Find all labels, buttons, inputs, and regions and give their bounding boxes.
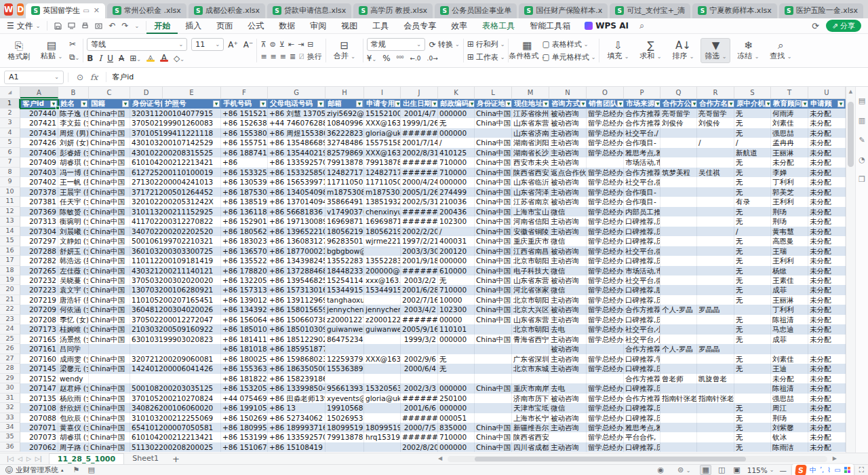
cell[interactable]: 陈祖清 bbox=[771, 315, 808, 324]
cell[interactable]: 强思喆 bbox=[771, 128, 808, 138]
row-number[interactable]: 12 bbox=[0, 207, 20, 216]
cell[interactable]: 370105199411221118 bbox=[130, 128, 221, 138]
cell[interactable]: 留学总经办 bbox=[587, 128, 624, 138]
cell[interactable]: 未分配 bbox=[808, 394, 846, 403]
column-letter-O[interactable]: O bbox=[587, 87, 624, 98]
cell[interactable]: 340702200202202520 bbox=[130, 227, 221, 236]
header-cell-L[interactable]: 身份证地▼ bbox=[475, 99, 512, 109]
cell[interactable]: 筑梦美程 bbox=[660, 168, 697, 177]
cell[interactable]: 无 bbox=[734, 432, 771, 442]
cell[interactable] bbox=[660, 354, 697, 364]
cell[interactable]: 微信 bbox=[549, 207, 587, 216]
cell[interactable]: 高恩曼 bbox=[771, 236, 808, 246]
justify-icon[interactable]: ≣ bbox=[290, 52, 295, 61]
cell[interactable]: 留学总经办 bbox=[587, 403, 624, 413]
cell[interactable]: +86 1582391866 bbox=[268, 374, 326, 383]
cell[interactable]: +86 1340540988 bbox=[268, 187, 326, 197]
cell[interactable]: +86 13611860 bbox=[221, 207, 268, 216]
cell[interactable]: 未分配 bbox=[808, 285, 846, 294]
font-increase-button[interactable]: A⁺ bbox=[228, 40, 238, 50]
cell[interactable]: 未分配 bbox=[808, 207, 846, 216]
cell[interactable]: 207409 bbox=[20, 157, 58, 167]
sogou-icon[interactable]: S bbox=[795, 465, 807, 475]
cell[interactable]: 430102200208315525 bbox=[130, 148, 221, 157]
column-letter-U[interactable]: U bbox=[808, 87, 846, 98]
cell[interactable]: 刘晨曦 (女 bbox=[58, 227, 89, 236]
align-top-icon[interactable]: ⊼ bbox=[260, 40, 265, 49]
cell[interactable]: China中国 bbox=[475, 118, 512, 128]
cell[interactable]: 153205635 bbox=[364, 383, 401, 393]
cell[interactable] bbox=[660, 266, 697, 276]
cell[interactable]: 刘妍 (女) bbox=[58, 138, 89, 147]
cell[interactable]: 强思喆 bbox=[771, 394, 808, 403]
cell[interactable]: +86 15106786 bbox=[221, 442, 268, 452]
cell[interactable] bbox=[660, 295, 697, 305]
comma-style-button[interactable]: ⁰⁰⁰ bbox=[397, 55, 404, 62]
cell[interactable]: +86 15026953 bbox=[221, 413, 268, 423]
cell[interactable]: 口碑推荐,历 bbox=[624, 403, 660, 413]
cell[interactable]: +86 1370140948 bbox=[268, 197, 326, 206]
cell[interactable] bbox=[587, 344, 624, 354]
cell[interactable] bbox=[89, 344, 130, 354]
cell[interactable]: 留学总经办 bbox=[587, 364, 624, 373]
cell[interactable]: China中国 bbox=[89, 315, 130, 324]
cell[interactable] bbox=[660, 187, 697, 197]
filter-dropdown-icon[interactable]: ▼ bbox=[356, 100, 363, 107]
vertical-scrollbar[interactable]: ▲ bbox=[846, 87, 855, 453]
cell[interactable]: +86 18056219 bbox=[221, 227, 268, 236]
vertical-scrollbar-thumb[interactable] bbox=[848, 102, 854, 167]
cell[interactable]: 王丽淋 bbox=[771, 148, 808, 157]
cell[interactable]: 马忠迪 bbox=[771, 324, 808, 334]
menu-item-数据[interactable]: 数据 bbox=[271, 18, 302, 34]
cell[interactable]: +86 1533258500 bbox=[268, 168, 326, 177]
cell[interactable] bbox=[697, 276, 734, 285]
row-number[interactable]: 29 bbox=[0, 374, 20, 383]
cell[interactable]: 无 bbox=[734, 423, 771, 432]
ribbon-big-填充[interactable]: ⇩填充 ⌄ bbox=[603, 39, 633, 62]
cell[interactable]: China中国 bbox=[475, 197, 512, 206]
menu-item-插入[interactable]: 插入 bbox=[178, 18, 209, 34]
cell[interactable]: 2003/3/30 bbox=[401, 246, 438, 256]
cell[interactable] bbox=[697, 295, 734, 305]
menu-item-工具[interactable]: 工具 bbox=[365, 18, 396, 34]
select-all-corner[interactable]: ◢ bbox=[0, 87, 20, 98]
file-menu[interactable]: ☰ 文件 ⌄ bbox=[0, 20, 47, 32]
cell[interactable]: 电子科技大 bbox=[512, 266, 549, 276]
save-icon[interactable] bbox=[54, 22, 62, 30]
cell[interactable]: 无 bbox=[734, 187, 771, 197]
cell[interactable]: 合作方推荐 bbox=[624, 344, 660, 354]
row-number[interactable]: 4 bbox=[0, 128, 20, 138]
menu-item-会员专享[interactable]: 会员专享 bbox=[396, 18, 443, 34]
conditional-format-button[interactable]: ▦ 条件格式 ⌄ bbox=[512, 36, 542, 65]
cell[interactable] bbox=[660, 442, 697, 452]
cell[interactable]: 2001/6/6 bbox=[401, 403, 438, 413]
cell[interactable]: 207209 bbox=[20, 305, 58, 314]
cell[interactable]: 610104200212213421 bbox=[130, 157, 221, 167]
cell[interactable]: 362228235 bbox=[326, 128, 364, 138]
cell[interactable]: 罗晶晶 bbox=[697, 344, 734, 354]
cell[interactable]: 未分配 bbox=[808, 432, 846, 442]
cell[interactable]: guiwanwei bbox=[364, 324, 401, 334]
cell[interactable]: 合作方推荐 bbox=[624, 305, 660, 314]
cell[interactable]: 无 bbox=[734, 266, 771, 276]
cell[interactable] bbox=[549, 432, 587, 442]
cell[interactable]: 亮哥留学 bbox=[660, 109, 697, 118]
cell[interactable]: 上海市长宁 bbox=[512, 413, 549, 423]
cell[interactable]: 吴佳祺 bbox=[697, 168, 734, 177]
menu-item-视图[interactable]: 视图 bbox=[334, 18, 365, 34]
cell[interactable]: +86 1396522100 bbox=[268, 227, 326, 236]
chinese-mode-icon[interactable]: 中 bbox=[810, 466, 816, 475]
column-letter-M[interactable]: M bbox=[512, 87, 549, 98]
panel-chart-icon[interactable]: ▥ bbox=[859, 116, 865, 125]
cell[interactable]: 成菲 bbox=[771, 335, 808, 344]
cell[interactable]: 1997/2/21 bbox=[401, 236, 438, 246]
cell[interactable]: 钦冰 bbox=[771, 432, 808, 442]
cell[interactable] bbox=[697, 354, 734, 364]
cell[interactable]: 135522836 bbox=[326, 256, 364, 265]
cell[interactable]: 湖南省长沙 bbox=[512, 148, 549, 157]
cell[interactable]: +86 1360831276 bbox=[268, 236, 326, 246]
header-cell-D[interactable]: 身份证号▼ bbox=[130, 99, 163, 109]
cell[interactable]: +86 18141137 bbox=[221, 335, 268, 344]
menu-item-表格工具[interactable]: 表格工具 bbox=[475, 18, 522, 34]
cell[interactable]: 山东省东营 bbox=[512, 276, 549, 285]
